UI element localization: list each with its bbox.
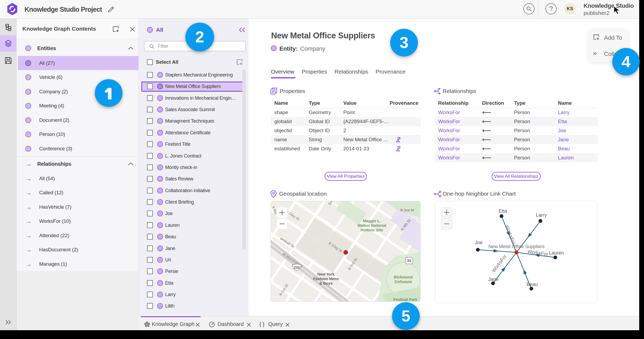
svg-text:Historic Site: Historic Site — [361, 228, 383, 232]
svg-text:& Boys: & Boys — [319, 281, 333, 285]
svg-text:Larry: Larry — [536, 212, 547, 218]
svg-text:Richmond: Richmond — [394, 275, 413, 279]
svg-text:WorksFor: WorksFor — [491, 253, 508, 273]
svg-text:Maggie L.: Maggie L. — [363, 219, 381, 223]
svg-text:New Metal Office Suppliers: New Metal Office Suppliers — [488, 244, 545, 249]
svg-text:WorksFor: WorksFor — [504, 224, 517, 245]
svg-text:Fashion Mens: Fashion Mens — [313, 277, 339, 281]
svg-text:Jane: Jane — [488, 277, 499, 282]
svg-text:Walker National: Walker National — [357, 223, 386, 228]
svg-text:Beau: Beau — [527, 282, 538, 287]
svg-text:New York: New York — [317, 272, 335, 276]
svg-text:Festival Park: Festival Park — [393, 297, 417, 302]
svg-text:Etta: Etta — [499, 208, 507, 214]
svg-text:N 3rd St: N 3rd St — [400, 208, 414, 212]
svg-text:Lauren: Lauren — [549, 250, 564, 256]
svg-text:Coliseum: Coliseum — [394, 280, 412, 284]
svg-text:250: 250 — [294, 265, 300, 269]
svg-text:33: 33 — [407, 259, 411, 263]
svg-text:Joe: Joe — [475, 240, 483, 245]
